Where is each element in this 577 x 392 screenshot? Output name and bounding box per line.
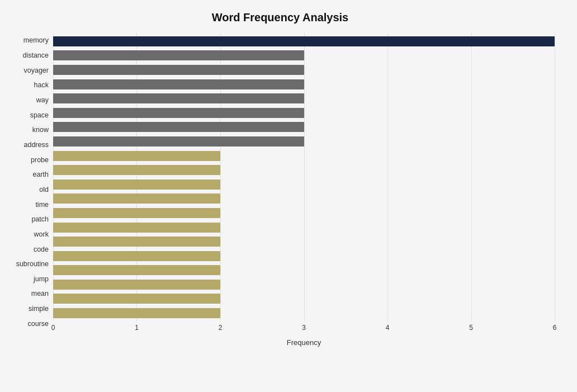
x-tick-4: 4 bbox=[386, 324, 390, 332]
bar-row-patch bbox=[53, 207, 555, 219]
bar-row-code bbox=[53, 235, 555, 248]
y-labels: memorydistancevoyagerhackwayspaceknowadd… bbox=[6, 33, 53, 347]
y-label-way: way bbox=[6, 93, 49, 108]
bar-space bbox=[53, 108, 304, 118]
bar-old bbox=[53, 180, 220, 190]
bar-row-address bbox=[53, 135, 555, 148]
x-tick-0: 0 bbox=[51, 324, 55, 332]
y-label-simple: simple bbox=[6, 301, 49, 317]
bar-distance bbox=[53, 50, 304, 60]
chart-container: Word Frequency Analysis memorydistancevo… bbox=[0, 0, 577, 392]
bar-row-time bbox=[53, 192, 555, 205]
y-label-space: space bbox=[6, 107, 49, 122]
bar-row-old bbox=[53, 178, 555, 191]
bar-address bbox=[53, 136, 304, 147]
bar-row-subroutine bbox=[53, 250, 555, 262]
bar-row-simple bbox=[53, 292, 555, 305]
bar-row-know bbox=[53, 121, 555, 133]
y-label-earth: earth bbox=[6, 167, 49, 182]
bar-course bbox=[53, 308, 220, 318]
bar-row-way bbox=[53, 92, 555, 105]
bars-list bbox=[53, 33, 555, 322]
x-tick-2: 2 bbox=[219, 324, 223, 332]
bar-patch bbox=[53, 208, 220, 218]
bar-memory bbox=[53, 36, 555, 46]
bars-area bbox=[53, 33, 555, 322]
bar-row-distance bbox=[53, 49, 555, 62]
y-label-subroutine: subroutine bbox=[6, 257, 49, 272]
grid-line-6 bbox=[555, 33, 555, 322]
x-tick-3: 3 bbox=[302, 324, 306, 332]
chart-title: Word Frequency Analysis bbox=[6, 11, 555, 24]
y-label-mean: mean bbox=[6, 286, 49, 301]
bar-know bbox=[53, 122, 304, 132]
bar-row-memory bbox=[53, 35, 555, 48]
bar-row-work bbox=[53, 221, 555, 234]
y-label-jump: jump bbox=[6, 272, 49, 287]
bar-code bbox=[53, 237, 220, 247]
bar-row-voyager bbox=[53, 64, 555, 76]
y-label-patch: patch bbox=[6, 212, 49, 227]
x-axis: 0123456 bbox=[53, 322, 555, 337]
bar-row-mean bbox=[53, 278, 555, 291]
y-label-address: address bbox=[6, 138, 49, 153]
bar-subroutine bbox=[53, 251, 220, 261]
bar-row-jump bbox=[53, 264, 555, 276]
x-axis-label: Frequency bbox=[53, 338, 555, 347]
bar-row-hack bbox=[53, 78, 555, 91]
x-tick-5: 5 bbox=[469, 324, 473, 332]
bar-row-earth bbox=[53, 164, 555, 176]
bar-row-space bbox=[53, 107, 555, 119]
y-label-hack: hack bbox=[6, 78, 49, 93]
bar-row-probe bbox=[53, 150, 555, 162]
bar-time bbox=[53, 193, 220, 204]
y-label-old: old bbox=[6, 182, 49, 197]
bars-and-x: 0123456 Frequency bbox=[53, 33, 555, 347]
bar-jump bbox=[53, 265, 220, 275]
bar-work bbox=[53, 223, 220, 233]
y-label-distance: distance bbox=[6, 48, 49, 63]
bar-mean bbox=[53, 280, 220, 290]
bar-probe bbox=[53, 151, 220, 161]
bar-row-course bbox=[53, 307, 555, 319]
x-tick-6: 6 bbox=[553, 324, 557, 332]
y-label-time: time bbox=[6, 197, 49, 212]
y-label-code: code bbox=[6, 242, 49, 257]
chart-area: memorydistancevoyagerhackwayspaceknowadd… bbox=[6, 33, 555, 347]
bar-hack bbox=[53, 79, 304, 89]
y-label-course: course bbox=[6, 316, 49, 331]
bar-voyager bbox=[53, 65, 304, 75]
bar-way bbox=[53, 93, 304, 103]
y-label-probe: probe bbox=[6, 152, 49, 167]
y-label-know: know bbox=[6, 122, 49, 138]
bar-simple bbox=[53, 294, 220, 304]
x-tick-1: 1 bbox=[135, 324, 139, 332]
y-label-voyager: voyager bbox=[6, 63, 49, 78]
y-label-work: work bbox=[6, 227, 49, 242]
bar-earth bbox=[53, 165, 220, 175]
y-label-memory: memory bbox=[6, 33, 49, 48]
